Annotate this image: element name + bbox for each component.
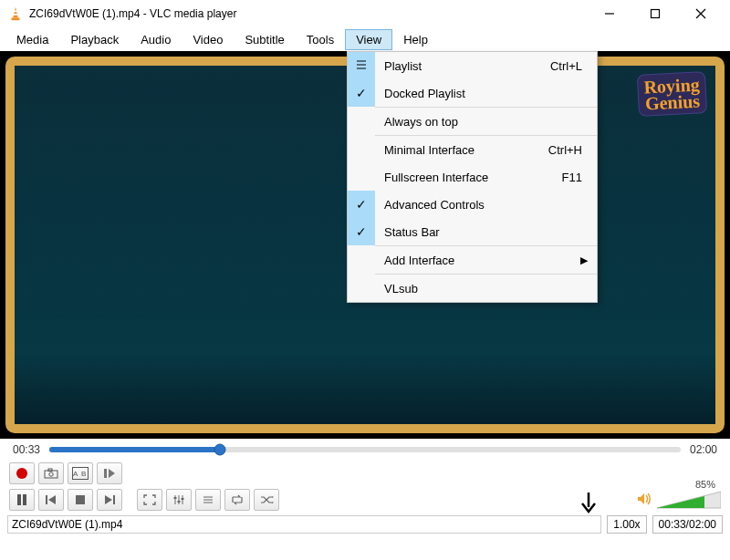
menu-video[interactable]: Video (182, 29, 234, 50)
view-item-vlsub[interactable]: VLsub (348, 275, 597, 302)
loop-icon (230, 494, 245, 505)
titlebar: ZCI69dVtW0E (1).mp4 - VLC media player (0, 0, 730, 27)
view-item-status-bar[interactable]: ✓ Status Bar (348, 218, 597, 245)
previous-icon (45, 494, 57, 505)
minimize-button[interactable] (599, 3, 620, 25)
speaker-icon[interactable] (637, 492, 652, 509)
menu-subtitle[interactable]: Subtitle (234, 29, 295, 50)
check-icon: ✓ (348, 218, 375, 245)
menu-help[interactable]: Help (392, 29, 439, 50)
status-bar: ZCI69dVtW0E (1).mp4 1.00x 00:33/02:00 (0, 513, 730, 535)
stop-icon (75, 494, 86, 505)
playlist-icon (202, 494, 214, 505)
svg-marker-37 (638, 493, 644, 504)
svg-rect-19 (17, 494, 21, 505)
status-filename: ZCI69dVtW0E (1).mp4 (7, 515, 601, 534)
view-item-always-on-top[interactable]: Always on top (348, 108, 597, 135)
menu-view[interactable]: View (345, 29, 392, 50)
view-dropdown: Playlist Ctrl+L ✓ Docked Playlist Always… (347, 51, 598, 303)
menubar: Media Playback Audio Video Subtitle Tool… (0, 27, 730, 51)
equalizer-icon (172, 494, 185, 505)
check-icon: ✓ (348, 191, 375, 218)
svg-marker-22 (48, 495, 56, 504)
menu-audio[interactable]: Audio (130, 29, 182, 50)
vlc-icon (7, 5, 24, 22)
svg-rect-27 (174, 497, 177, 499)
maximize-button[interactable] (644, 3, 666, 25)
menu-media[interactable]: Media (5, 29, 59, 50)
seek-bar[interactable] (49, 447, 681, 452)
next-icon (103, 494, 116, 505)
main-controls: 85% (0, 486, 730, 513)
shuffle-button[interactable] (254, 489, 279, 511)
svg-rect-29 (178, 501, 181, 503)
fullscreen-icon (143, 494, 156, 505)
svg-rect-17 (104, 469, 107, 478)
time-row: 00:33 02:00 (0, 439, 730, 461)
status-time[interactable]: 00:33/02:00 (652, 515, 723, 534)
svg-rect-21 (46, 495, 47, 504)
svg-point-12 (49, 472, 53, 476)
svg-rect-5 (652, 10, 660, 18)
loop-ab-button[interactable]: AB (68, 462, 93, 484)
view-item-add-interface[interactable]: Add Interface ▶ (348, 246, 597, 274)
submenu-arrow-icon: ▶ (580, 254, 588, 266)
volume-label: 85% (695, 479, 715, 490)
svg-rect-20 (23, 494, 26, 505)
fullscreen-button[interactable] (137, 489, 162, 511)
svg-rect-1 (14, 10, 17, 12)
svg-text:A: A (73, 470, 78, 478)
svg-marker-18 (109, 469, 115, 478)
pause-icon (16, 493, 27, 506)
volume-slider[interactable]: 85% (657, 490, 721, 510)
pause-button[interactable] (9, 489, 35, 511)
total-time[interactable]: 02:00 (690, 443, 717, 456)
svg-rect-2 (14, 14, 18, 16)
svg-marker-0 (13, 7, 17, 18)
svg-rect-11 (45, 471, 57, 478)
view-item-minimal-interface[interactable]: Minimal Interface Ctrl+H (348, 136, 597, 163)
view-item-fullscreen-interface[interactable]: Fullscreen Interface F11 (348, 163, 597, 191)
camera-icon (44, 468, 58, 479)
snapshot-button[interactable] (38, 462, 64, 484)
svg-marker-36 (272, 502, 274, 503)
advanced-controls: AB (0, 461, 730, 486)
loop-button[interactable] (224, 489, 250, 511)
seek-knob[interactable] (214, 444, 225, 456)
frame-step-button[interactable] (97, 462, 122, 484)
close-button[interactable] (690, 3, 712, 25)
stop-button[interactable] (68, 489, 93, 511)
svg-marker-35 (272, 496, 274, 498)
svg-rect-23 (76, 495, 85, 504)
record-button[interactable] (9, 462, 35, 484)
video-watermark: Roying Genius (637, 71, 707, 117)
frame-step-icon (103, 468, 116, 479)
shuffle-icon (259, 494, 274, 505)
svg-text:B: B (81, 470, 86, 478)
window-title: ZCI69dVtW0E (1).mp4 - VLC media player (29, 7, 236, 20)
list-icon (355, 58, 368, 74)
volume-area: 85% (637, 490, 721, 510)
next-button[interactable] (97, 489, 122, 511)
view-item-advanced-controls[interactable]: ✓ Advanced Controls (348, 191, 597, 218)
annotation-arrow-icon (579, 491, 599, 522)
playback-speed[interactable]: 1.00x (607, 515, 646, 534)
check-icon: ✓ (348, 79, 375, 107)
elapsed-time[interactable]: 00:33 (13, 443, 40, 456)
playlist-button[interactable] (195, 489, 221, 511)
svg-marker-24 (105, 495, 112, 504)
menu-tools[interactable]: Tools (296, 29, 345, 50)
view-item-docked-playlist[interactable]: ✓ Docked Playlist (348, 79, 597, 107)
svg-rect-31 (182, 498, 184, 500)
loop-ab-icon: AB (72, 467, 89, 480)
svg-rect-3 (12, 18, 20, 21)
record-icon (16, 468, 27, 479)
view-item-playlist[interactable]: Playlist Ctrl+L (348, 52, 597, 79)
svg-rect-25 (113, 495, 115, 504)
svg-rect-13 (48, 469, 52, 472)
extended-settings-button[interactable] (166, 489, 192, 511)
menu-playback[interactable]: Playback (59, 29, 130, 50)
previous-button[interactable] (38, 489, 64, 511)
